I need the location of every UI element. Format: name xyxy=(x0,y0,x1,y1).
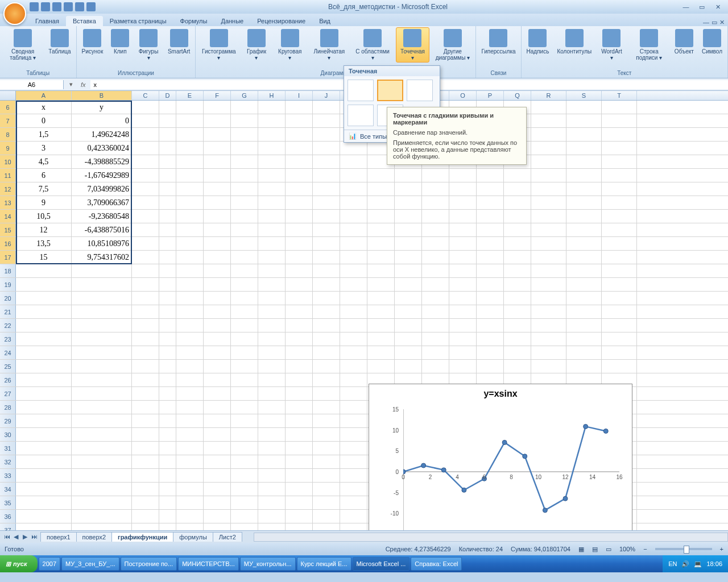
maximize-icon[interactable]: ▭ xyxy=(696,2,708,11)
cell[interactable] xyxy=(258,496,286,509)
cell[interactable] xyxy=(504,319,531,332)
cell[interactable] xyxy=(16,264,72,277)
tab-Формулы[interactable]: Формулы xyxy=(173,16,214,26)
cell[interactable] xyxy=(132,455,159,468)
col-header-A[interactable]: A xyxy=(16,91,72,100)
cell[interactable] xyxy=(340,373,367,386)
cell[interactable] xyxy=(340,332,367,346)
row-header[interactable]: 34 xyxy=(0,483,16,496)
cell[interactable] xyxy=(313,332,340,346)
cell[interactable] xyxy=(367,305,395,318)
cell[interactable] xyxy=(422,264,449,277)
cell[interactable] xyxy=(258,155,286,168)
cell[interactable] xyxy=(602,237,637,250)
cell[interactable] xyxy=(602,278,637,291)
cell[interactable] xyxy=(72,523,132,530)
cell[interactable] xyxy=(258,483,286,496)
cell[interactable] xyxy=(258,305,286,318)
cell[interactable] xyxy=(16,510,72,523)
cell[interactable] xyxy=(531,196,566,209)
cell[interactable] xyxy=(204,292,231,305)
cell[interactable] xyxy=(449,332,477,346)
cell[interactable] xyxy=(258,169,286,182)
cell[interactable] xyxy=(159,223,176,236)
cell[interactable] xyxy=(72,455,132,468)
cell[interactable] xyxy=(204,182,231,196)
cell[interactable] xyxy=(340,469,367,482)
cell[interactable] xyxy=(159,373,176,386)
cell[interactable] xyxy=(422,332,449,346)
task-item[interactable]: Курс лекций E... xyxy=(297,557,351,571)
cell[interactable] xyxy=(395,182,422,196)
ribbon-График[interactable]: График ▾ xyxy=(242,27,271,63)
scatter-markers-only[interactable] xyxy=(348,80,374,101)
ribbon-Линейчатая[interactable]: Линейчатая ▾ xyxy=(309,27,350,63)
cell[interactable] xyxy=(531,292,566,305)
cell[interactable] xyxy=(340,155,367,168)
cell[interactable] xyxy=(204,332,231,346)
cell[interactable] xyxy=(231,387,258,400)
cell[interactable] xyxy=(477,332,504,346)
row-header[interactable]: 35 xyxy=(0,496,16,509)
cell[interactable] xyxy=(286,510,313,523)
cell[interactable] xyxy=(367,223,395,236)
task-item[interactable]: 2007 xyxy=(39,557,60,571)
zoom-level[interactable]: 100% xyxy=(619,546,635,552)
cell[interactable] xyxy=(340,182,367,196)
cell[interactable] xyxy=(231,496,258,509)
cell[interactable] xyxy=(204,251,231,264)
cell[interactable] xyxy=(204,237,231,250)
col-header-G[interactable]: G xyxy=(231,91,258,100)
tray-lang[interactable]: EN xyxy=(668,560,677,567)
ribbon-SmartArt[interactable]: SmartArt xyxy=(165,27,193,56)
cell[interactable] xyxy=(566,196,602,209)
cell[interactable] xyxy=(602,319,637,332)
cell[interactable] xyxy=(313,182,340,196)
cell[interactable] xyxy=(176,523,204,530)
cell[interactable] xyxy=(204,428,231,441)
cell[interactable] xyxy=(313,401,340,414)
cell[interactable] xyxy=(132,251,159,264)
cell[interactable] xyxy=(258,469,286,482)
row-header[interactable]: 8 xyxy=(0,128,16,141)
cell[interactable] xyxy=(367,332,395,346)
row-header[interactable]: 19 xyxy=(0,278,16,291)
cell[interactable] xyxy=(504,251,531,264)
cell[interactable] xyxy=(231,182,258,196)
embedded-chart[interactable]: y=xsinx -15-10-50510150246810121416 xyxy=(369,384,632,530)
cell[interactable] xyxy=(159,360,176,373)
cell[interactable] xyxy=(449,319,477,332)
cell[interactable] xyxy=(395,251,422,264)
cell[interactable] xyxy=(477,278,504,291)
row-header[interactable]: 33 xyxy=(0,469,16,482)
ribbon-Другиедиаграммы[interactable]: Другие диаграммы ▾ xyxy=(432,27,473,63)
cell[interactable] xyxy=(72,305,132,318)
ribbon-Гиперссылка[interactable]: Гиперссылка xyxy=(478,27,518,56)
cell[interactable]: 0 xyxy=(72,114,132,127)
cell[interactable] xyxy=(72,496,132,509)
cell[interactable] xyxy=(313,510,340,523)
cell[interactable] xyxy=(422,251,449,264)
cell[interactable] xyxy=(531,332,566,346)
cell[interactable] xyxy=(395,210,422,223)
cell[interactable]: -4,398885529 xyxy=(72,155,132,168)
cell[interactable] xyxy=(531,264,566,277)
cell[interactable] xyxy=(395,196,422,209)
cell[interactable] xyxy=(72,346,132,359)
cell[interactable] xyxy=(72,414,132,427)
cell[interactable] xyxy=(16,360,72,373)
cell[interactable] xyxy=(566,264,602,277)
cell[interactable] xyxy=(477,169,504,182)
cell[interactable] xyxy=(313,292,340,305)
cell[interactable] xyxy=(176,210,204,223)
cell[interactable] xyxy=(602,155,637,168)
cell[interactable] xyxy=(566,142,602,155)
ribbon-minimize-icon[interactable]: — xyxy=(703,19,709,26)
cell[interactable] xyxy=(176,332,204,346)
cell[interactable] xyxy=(204,469,231,482)
cell[interactable] xyxy=(531,319,566,332)
cell[interactable] xyxy=(231,360,258,373)
cell[interactable] xyxy=(159,523,176,530)
cell[interactable] xyxy=(204,319,231,332)
cell[interactable] xyxy=(286,169,313,182)
